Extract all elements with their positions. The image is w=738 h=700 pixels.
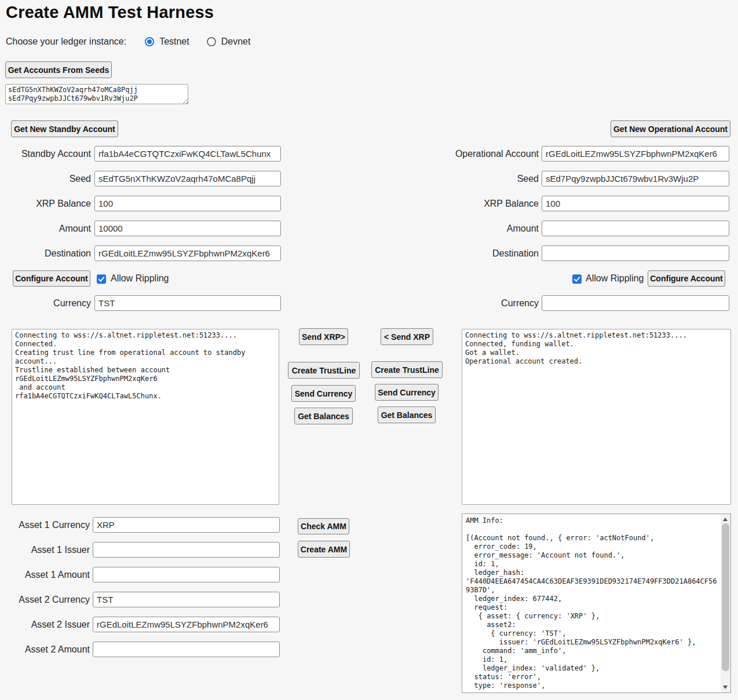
get-new-standby-account-button[interactable]: Get New Standby Account	[11, 120, 118, 137]
operational-xrp-balance-label: XRP Balance	[400, 196, 539, 211]
standby-get-balances-button[interactable]: Get Balances	[294, 408, 353, 424]
amm-info-box: AMM Info: [(Account not found., { error:…	[462, 514, 731, 693]
radio-option-devnet[interactable]: Devnet	[207, 36, 251, 47]
operational-amount-input[interactable]	[542, 221, 729, 236]
standby-configure-account-button[interactable]: Configure Account	[13, 270, 90, 287]
operational-send-currency-button[interactable]: Send Currency	[375, 384, 439, 401]
operational-results-log[interactable]: Connecting to wss://s.altnet.rippletest.…	[462, 329, 731, 505]
operational-amount-label: Amount	[400, 221, 539, 236]
operational-allow-rippling-checkbox[interactable]	[572, 274, 582, 284]
standby-amount-input[interactable]	[94, 221, 281, 236]
asset1-issuer-label: Asset 1 Issuer	[0, 542, 90, 558]
get-new-operational-account-button[interactable]: Get New Operational Account	[611, 120, 730, 137]
standby-create-trustline-button[interactable]: Create TrustLine	[288, 362, 360, 379]
standby-destination-input[interactable]	[94, 245, 281, 261]
scroll-up-arrow-icon[interactable]	[723, 518, 728, 521]
standby-send-xrp-button[interactable]: Send XRP>	[299, 328, 348, 345]
testnet-radio-icon[interactable]	[145, 37, 154, 46]
standby-destination-label: Destination	[0, 245, 91, 261]
devnet-radio-label: Devnet	[221, 36, 251, 47]
operational-configure-account-button[interactable]: Configure Account	[648, 270, 725, 287]
operational-get-balances-button[interactable]: Get Balances	[378, 406, 436, 423]
operational-currency-label: Currency	[400, 295, 539, 311]
seeds-textarea[interactable]: sEdTG5nXThKWZoV2aqrh47oMCa8Pqjj sEd7Pqy9…	[5, 84, 188, 104]
standby-seed-label: Seed	[0, 171, 91, 186]
standby-send-currency-button[interactable]: Send Currency	[291, 385, 356, 402]
standby-currency-input[interactable]	[94, 295, 281, 311]
create-amm-button[interactable]: Create AMM	[298, 541, 350, 558]
operational-seed-label: Seed	[400, 171, 539, 186]
get-accounts-from-seeds-button[interactable]: Get Accounts From Seeds	[5, 61, 112, 78]
asset2-amount-label: Asset 2 Amount	[0, 642, 90, 657]
asset1-amount-input[interactable]	[93, 567, 280, 582]
asset1-currency-label: Asset 1 Currency	[0, 517, 90, 533]
page-title: Create AMM Test Harness	[6, 3, 214, 22]
asset2-amount-input[interactable]	[93, 642, 280, 657]
ledger-instance-row: Choose your ledger instance: Testnet Dev…	[6, 35, 268, 48]
asset2-currency-label: Asset 2 Currency	[0, 592, 90, 607]
asset2-issuer-label: Asset 2 Issuer	[0, 617, 90, 632]
standby-amount-label: Amount	[0, 221, 91, 236]
operational-seed-input[interactable]	[542, 171, 729, 186]
operational-xrp-balance-input[interactable]	[542, 196, 729, 211]
asset2-issuer-input[interactable]	[93, 617, 280, 632]
operational-account-input[interactable]	[542, 146, 729, 162]
amm-info-text[interactable]: AMM Info: [(Account not found., { error:…	[462, 514, 721, 692]
operational-destination-label: Destination	[400, 245, 539, 261]
asset2-currency-input[interactable]	[93, 592, 280, 607]
radio-option-testnet[interactable]: Testnet	[145, 36, 189, 47]
operational-create-trustline-button[interactable]: Create TrustLine	[371, 361, 443, 378]
operational-currency-input[interactable]	[542, 295, 729, 311]
operational-destination-input[interactable]	[542, 245, 729, 261]
operational-allow-rippling-label: Allow Rippling	[586, 270, 644, 287]
standby-allow-rippling-checkbox[interactable]	[97, 274, 106, 284]
asset1-amount-label: Asset 1 Amount	[0, 567, 90, 582]
asset1-issuer-input[interactable]	[93, 542, 280, 558]
standby-account-input[interactable]	[94, 146, 281, 162]
standby-seed-input[interactable]	[94, 171, 281, 186]
devnet-radio-icon[interactable]	[207, 37, 216, 46]
testnet-radio-label: Testnet	[159, 36, 189, 47]
amm-info-scrollbar[interactable]	[721, 514, 730, 692]
standby-currency-label: Currency	[0, 295, 91, 311]
standby-xrp-balance-label: XRP Balance	[0, 196, 91, 211]
standby-account-label: Standby Account	[0, 146, 91, 162]
scrollbar-thumb[interactable]	[722, 523, 729, 671]
scroll-down-arrow-icon[interactable]	[723, 686, 728, 689]
standby-results-log[interactable]: Connecting to wss://s.altnet.rippletest.…	[12, 329, 279, 505]
operational-account-label: Operational Account	[400, 146, 539, 162]
asset1-currency-input[interactable]	[93, 517, 280, 533]
ledger-instance-label: Choose your ledger instance:	[6, 36, 126, 47]
check-amm-button[interactable]: Check AMM	[298, 518, 349, 534]
operational-send-xrp-button[interactable]: < Send XRP	[381, 328, 433, 345]
standby-allow-rippling-label: Allow Rippling	[111, 270, 169, 287]
standby-xrp-balance-input[interactable]	[94, 196, 281, 211]
